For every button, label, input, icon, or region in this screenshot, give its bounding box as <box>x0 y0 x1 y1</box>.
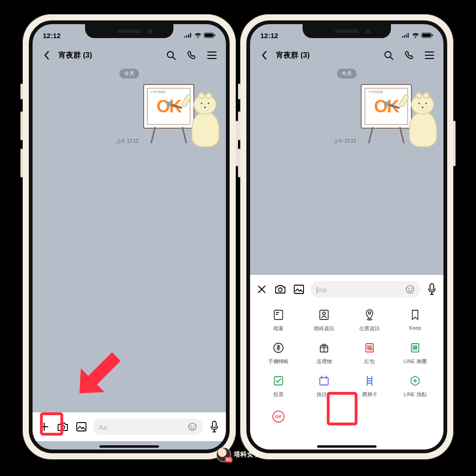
side-button <box>238 84 240 99</box>
svg-rect-1 <box>205 34 213 37</box>
search-icon <box>383 50 394 60</box>
panel-label: Keep <box>409 325 421 331</box>
calendar-icon <box>317 373 331 388</box>
svg-rect-2 <box>214 34 215 36</box>
svg-point-22 <box>323 312 325 315</box>
dollar-icon <box>271 340 286 355</box>
home-indicator[interactable] <box>317 445 377 448</box>
gallery-button[interactable] <box>292 282 306 296</box>
svg-rect-20 <box>274 310 283 320</box>
panel-item-envelope[interactable]: 福 紅包 <box>349 340 390 365</box>
back-button[interactable] <box>256 47 272 64</box>
ladder-icon <box>362 373 377 388</box>
panel-item-vote[interactable]: 投票 <box>258 373 299 398</box>
call-button[interactable] <box>401 47 417 64</box>
panel-item-location[interactable]: 位置資訊 <box>349 307 390 332</box>
sticker-message[interactable]: LINE點點 OK <box>141 82 221 147</box>
panel-item-file[interactable]: 檔案 <box>258 307 299 332</box>
vote-icon <box>271 373 286 388</box>
camera-icon <box>57 422 69 432</box>
svg-point-8 <box>193 425 194 426</box>
search-button[interactable] <box>163 47 179 64</box>
svg-rect-19 <box>430 284 434 290</box>
panel-label: 投票 <box>273 391 284 398</box>
input-placeholder: |Aa <box>316 286 326 293</box>
svg-point-23 <box>369 312 371 314</box>
notch <box>85 24 173 38</box>
emoji-icon[interactable] <box>188 422 197 431</box>
search-button[interactable] <box>380 47 397 64</box>
date-pill: 今天 <box>337 69 357 78</box>
image-icon <box>76 422 87 432</box>
panel-item-keep[interactable]: Keep <box>394 307 436 332</box>
attach-button[interactable] <box>37 420 51 434</box>
phone-left: 12:12 宵夜群 (3) <box>22 14 236 460</box>
status-indicators <box>402 33 433 38</box>
panel-label: 送禮物 <box>317 358 332 365</box>
menu-button[interactable] <box>204 47 220 64</box>
sticker-message[interactable]: LINE點點 OK <box>359 82 439 147</box>
message-time: 上午 12:12 <box>116 138 139 144</box>
volume-up <box>238 111 240 140</box>
wifi-icon <box>194 33 202 38</box>
gif-icon: GIF <box>271 409 286 424</box>
plus-icon <box>39 421 50 432</box>
panel-item-ladder[interactable]: 爬梯子 <box>349 373 390 398</box>
voice-button[interactable] <box>425 282 439 296</box>
panel-label: LINE 熱點 <box>403 391 427 398</box>
hexagon-icon <box>408 373 423 388</box>
message-input[interactable]: |Aa <box>311 281 420 298</box>
wifi-icon <box>412 33 419 38</box>
svg-point-6 <box>189 423 196 430</box>
close-panel-button[interactable] <box>255 282 269 296</box>
phone-icon <box>186 50 197 60</box>
panel-label: 檔案 <box>273 325 284 332</box>
panel-label: 爬梯子 <box>362 391 377 398</box>
bookmark-icon <box>408 307 423 322</box>
home-indicator[interactable] <box>99 445 159 448</box>
volume-up <box>20 111 23 140</box>
svg-point-4 <box>61 425 65 429</box>
date-pill: 今天 <box>119 69 139 78</box>
emoji-icon[interactable] <box>405 285 415 294</box>
panel-item-hotspot[interactable]: LINE 熱點 <box>394 373 436 398</box>
svg-point-16 <box>406 286 414 293</box>
svg-point-33 <box>414 380 416 382</box>
chat-header: 宵夜群 (3) <box>250 45 443 66</box>
input-bar: |Aa <box>250 275 443 304</box>
menu-button[interactable] <box>421 47 438 64</box>
panel-item-contact[interactable]: 聯絡資訊 <box>303 307 345 332</box>
chat-title: 宵夜群 (3) <box>59 51 92 60</box>
voice-button[interactable] <box>207 420 221 434</box>
status-time: 12:12 <box>43 32 60 39</box>
location-icon <box>362 307 377 322</box>
camera-button[interactable] <box>273 282 287 296</box>
status-indicators <box>184 33 216 38</box>
cellular-icon <box>402 33 410 38</box>
chat-body[interactable]: 今天 上午 12:12 LINE點點 OK <box>33 66 226 150</box>
panel-label: 挑日子 <box>317 391 332 398</box>
panel-item-date[interactable]: 挑日子 <box>303 373 345 398</box>
easel-board: LINE點點 OK <box>143 84 194 129</box>
svg-point-7 <box>191 425 192 426</box>
chat-title: 宵夜群 (3) <box>276 51 310 60</box>
panel-label: 手機轉帳 <box>268 358 289 365</box>
panel-item-group[interactable]: 揪 LINE 揪團 <box>394 340 436 365</box>
camera-button[interactable] <box>56 420 70 434</box>
svg-text:揪: 揪 <box>412 345 418 351</box>
panel-item-gift[interactable]: 送禮物 <box>303 340 345 365</box>
svg-point-3 <box>167 52 173 58</box>
chat-body[interactable]: 今天 上午 12:12 LINE點點 OK <box>250 66 443 150</box>
phone-right: 12:12 宵夜群 (3) <box>240 14 454 460</box>
panel-label: LINE 揪團 <box>403 358 427 365</box>
panel-item-transfer[interactable]: 手機轉帳 <box>258 340 299 365</box>
gallery-button[interactable] <box>74 420 88 434</box>
call-button[interactable] <box>183 47 200 64</box>
battery-icon <box>421 33 433 38</box>
message-row: 上午 12:12 LINE點點 OK <box>37 82 221 147</box>
svg-point-13 <box>385 52 391 58</box>
panel-item-gif[interactable]: GIF <box>258 409 299 424</box>
close-icon <box>257 285 266 294</box>
back-button[interactable] <box>38 47 55 64</box>
message-input[interactable]: Aa <box>93 418 203 435</box>
